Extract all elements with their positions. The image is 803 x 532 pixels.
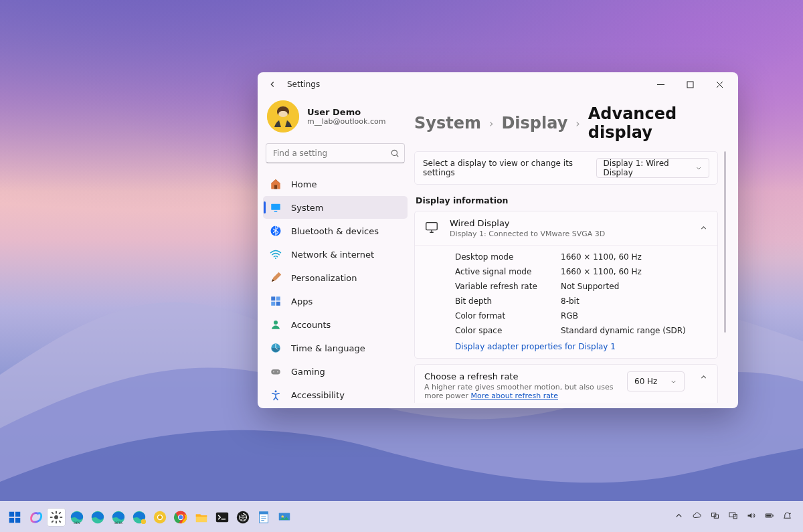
maximize-button[interactable] xyxy=(675,74,705,94)
back-button[interactable] xyxy=(264,76,280,92)
taskbar-app-edge[interactable] xyxy=(88,508,107,527)
svg-rect-6 xyxy=(274,211,278,212)
tray-volume-icon[interactable] xyxy=(746,511,756,523)
svg-rect-26 xyxy=(9,517,14,522)
breadcrumb-system[interactable]: System xyxy=(414,114,481,132)
nav-item-accounts[interactable]: Accounts xyxy=(263,313,408,336)
display-info-row: Desktop mode1660 × 1100, 60 Hz xyxy=(455,250,708,264)
nav-item-home[interactable]: Home xyxy=(263,173,408,195)
nav-item-network[interactable]: Network & internet xyxy=(263,243,408,266)
profile-block[interactable]: User Demo m__lab@outlook.com xyxy=(263,96,408,138)
svg-rect-0 xyxy=(687,82,693,88)
svg-rect-4 xyxy=(274,185,278,189)
network-icon xyxy=(270,248,282,260)
taskbar-app-edge-dev[interactable]: DEV xyxy=(68,508,86,527)
nav-item-apps[interactable]: Apps xyxy=(263,290,408,313)
nav-item-privacy[interactable]: Privacy & security xyxy=(263,407,408,408)
display-selector-label: Select a display to view or change its s… xyxy=(423,159,596,177)
nav-item-label: Time & language xyxy=(291,343,365,353)
adapter-properties-link[interactable]: Display adapter properties for Display 1 xyxy=(455,338,708,351)
display-selector-dropdown[interactable]: Display 1: Wired Display xyxy=(596,158,709,178)
monitor-icon xyxy=(424,219,439,237)
gaming-icon xyxy=(270,365,282,377)
search-input[interactable] xyxy=(266,143,405,163)
svg-text:DEV: DEV xyxy=(74,521,80,525)
avatar xyxy=(267,100,299,132)
close-button[interactable] xyxy=(705,74,734,94)
settings-window: Settings User Demo m__lab@outlook.com xyxy=(258,72,738,408)
tray-notifications-icon[interactable] xyxy=(782,511,792,523)
svg-rect-30 xyxy=(56,521,57,523)
display-info-value: Standard dynamic range (SDR) xyxy=(561,326,686,335)
svg-rect-61 xyxy=(773,515,774,517)
svg-point-3 xyxy=(391,150,397,155)
tray-vm-tools-icon[interactable] xyxy=(710,511,720,523)
display-selector-row: Select a display to view or change its s… xyxy=(414,151,718,185)
display-info-key: Color format xyxy=(455,311,549,321)
taskbar-app-settings[interactable] xyxy=(47,508,66,527)
tray-battery-icon[interactable] xyxy=(764,511,774,523)
titlebar: Settings xyxy=(258,72,738,96)
display-info-row: Color formatRGB xyxy=(455,308,708,323)
profile-email: m__lab@outlook.com xyxy=(307,117,385,126)
refresh-rate-card: Choose a refresh rate A higher rate give… xyxy=(414,364,718,403)
taskbar-app-chatgpt[interactable] xyxy=(234,508,252,527)
taskbar-app-edge-canary[interactable] xyxy=(130,508,149,527)
scrollbar-thumb[interactable] xyxy=(724,151,726,333)
scrollbar-track[interactable] xyxy=(723,151,726,403)
refresh-rate-value: 60 Hz xyxy=(634,377,657,386)
nav-item-accessibility[interactable]: Accessibility xyxy=(263,383,408,406)
taskbar-app-screenshot[interactable] xyxy=(275,508,294,527)
svg-point-8 xyxy=(275,258,276,259)
svg-rect-29 xyxy=(56,511,57,513)
nav-item-gaming[interactable]: Gaming xyxy=(263,360,408,383)
nav-item-personalization[interactable]: Personalization xyxy=(263,266,408,289)
svg-rect-5 xyxy=(271,204,280,210)
svg-point-13 xyxy=(274,321,278,325)
nav-item-system[interactable]: System xyxy=(263,196,408,219)
nav-item-label: Accounts xyxy=(291,320,331,330)
window-title: Settings xyxy=(287,80,320,89)
nav-list: HomeSystemBluetooth & devicesNetwork & i… xyxy=(263,173,408,408)
svg-rect-35 xyxy=(59,511,62,514)
taskbar-app-explorer[interactable] xyxy=(192,508,211,527)
refresh-rate-dropdown[interactable]: 60 Hz xyxy=(627,371,685,391)
svg-rect-34 xyxy=(59,520,62,523)
taskbar-app-notepad[interactable] xyxy=(254,508,273,527)
display-info-key: Variable refresh rate xyxy=(455,282,549,291)
apps-icon xyxy=(270,295,282,307)
section-display-information: Display information xyxy=(416,195,718,205)
tray-onedrive-icon[interactable] xyxy=(692,511,702,523)
svg-point-49 xyxy=(179,515,183,519)
minimize-button[interactable] xyxy=(646,74,675,94)
refresh-rate-learn-more-link[interactable]: More about refresh rate xyxy=(471,391,559,400)
svg-rect-33 xyxy=(52,511,54,514)
taskbar-app-edge-beta[interactable]: BETA xyxy=(109,508,128,527)
nav-item-time[interactable]: Time & language xyxy=(263,337,408,359)
svg-rect-27 xyxy=(15,517,20,522)
bluetooth-icon xyxy=(270,225,282,237)
display-info-key: Active signal mode xyxy=(455,267,549,276)
taskbar-app-start[interactable] xyxy=(5,508,24,527)
chevron-down-icon xyxy=(695,165,702,172)
nav-item-bluetooth[interactable]: Bluetooth & devices xyxy=(263,219,408,242)
display-info-title: Wired Display xyxy=(450,218,605,228)
chevron-down-icon xyxy=(670,378,677,385)
display-info-value: 1660 × 1100, 60 Hz xyxy=(561,252,642,262)
tray-chevron-up-icon[interactable] xyxy=(674,511,684,523)
breadcrumb-display[interactable]: Display xyxy=(501,114,567,132)
display-info-header[interactable]: Wired Display Display 1: Connected to VM… xyxy=(415,211,717,245)
taskbar-app-terminal[interactable] xyxy=(213,508,232,527)
taskbar-app-copilot[interactable] xyxy=(26,508,45,527)
refresh-rate-title: Choose a refresh rate xyxy=(424,371,619,381)
taskbar-app-chrome-canary[interactable] xyxy=(151,508,169,527)
search-box[interactable] xyxy=(266,143,405,163)
taskbar-app-chrome[interactable] xyxy=(171,508,190,527)
refresh-rate-header[interactable]: Choose a refresh rate A higher rate give… xyxy=(415,365,717,403)
svg-rect-25 xyxy=(15,511,20,516)
svg-point-28 xyxy=(54,515,58,519)
display-info-value: RGB xyxy=(561,311,578,321)
display-info-key: Desktop mode xyxy=(455,252,549,262)
svg-rect-9 xyxy=(271,296,275,300)
tray-display-switch-icon[interactable] xyxy=(728,511,738,523)
